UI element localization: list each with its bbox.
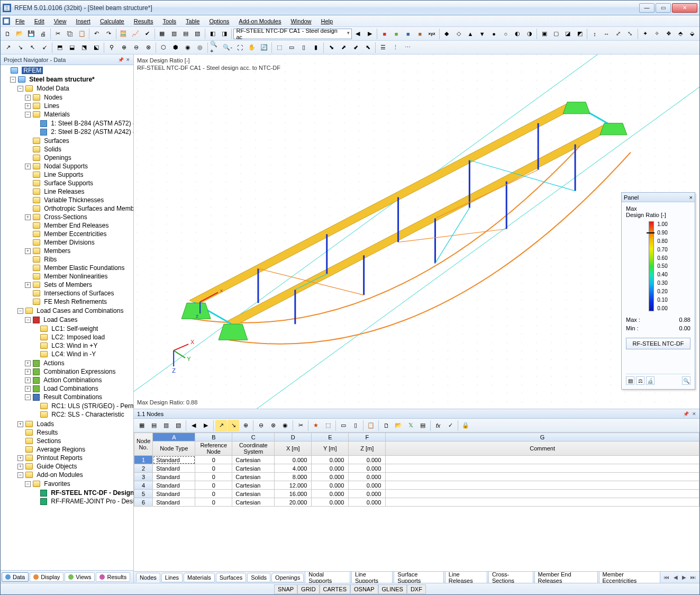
tb2-m-icon[interactable]: ⬡ bbox=[158, 42, 169, 53]
tb2-h-icon[interactable]: ⬕ bbox=[90, 42, 102, 53]
tb-r11-icon[interactable]: ◐ bbox=[512, 28, 523, 40]
tb-r10-icon[interactable]: ○ bbox=[500, 28, 511, 40]
tb2-f-icon[interactable]: ⬓ bbox=[66, 42, 78, 53]
tb-load-case-combo[interactable]: RF-STEEL NTC-DF CA1 - Steel design ac bbox=[233, 29, 351, 39]
gt-e-icon[interactable]: ◀ bbox=[188, 420, 199, 431]
gt-u-icon[interactable]: ▤ bbox=[417, 420, 429, 431]
tb2-k-icon[interactable]: ⊖ bbox=[130, 42, 142, 53]
gt-fx-icon[interactable]: fx bbox=[432, 420, 444, 431]
tree-nodal-supports[interactable]: + Nodal Supports bbox=[25, 162, 133, 170]
tb-r25-icon[interactable]: ⬙ bbox=[687, 28, 698, 40]
panel-footer-icon-3[interactable]: 🔬 bbox=[646, 376, 654, 385]
tree-line-supports[interactable]: Line Supports bbox=[25, 170, 133, 179]
tree-model-data[interactable]: − Model Data bbox=[17, 84, 133, 93]
navigator-pin-icon[interactable]: 📌 bbox=[118, 57, 124, 62]
tb2-i-icon[interactable]: ⚲ bbox=[106, 42, 117, 53]
tree-rc2[interactable]: RC2: SLS - Characteristic bbox=[32, 410, 133, 419]
tb-r9-icon[interactable]: ● bbox=[488, 28, 499, 40]
gt-f-icon[interactable]: ▶ bbox=[200, 420, 212, 431]
tb2-x-icon[interactable]: ⬉ bbox=[362, 42, 374, 53]
table-row[interactable]: 5Standard0Cartesian16.0000.0000.000 bbox=[134, 490, 699, 498]
tb-print-icon[interactable]: 🖨 bbox=[38, 28, 49, 40]
tb2-s-icon[interactable]: ▯ bbox=[298, 42, 310, 53]
status-glines[interactable]: GLINES bbox=[378, 584, 407, 594]
tb2-t-icon[interactable]: ▮ bbox=[310, 42, 322, 53]
tb-save-icon[interactable]: 💾 bbox=[26, 28, 37, 40]
tree-line-releases[interactable]: Line Releases bbox=[25, 187, 133, 196]
tb-undo-icon[interactable]: ↶ bbox=[91, 28, 102, 40]
navigator-tree[interactable]: RFEM − Steel beam structure* − Model Dat… bbox=[1, 65, 133, 570]
tb-new-icon[interactable]: 🗋 bbox=[2, 28, 13, 40]
btab-surfaces[interactable]: Surfaces bbox=[216, 573, 246, 582]
gt-v-icon[interactable]: ✓ bbox=[444, 420, 456, 431]
tb-r20-icon[interactable]: ⤡ bbox=[624, 28, 635, 40]
tree-results[interactable]: Results bbox=[17, 428, 133, 437]
tb-r6-icon[interactable]: ◇ bbox=[453, 28, 464, 40]
tree-favorites[interactable]: − Favorites bbox=[25, 480, 133, 488]
gt-excel-icon[interactable]: 𝕏 bbox=[405, 420, 416, 431]
panel-module-button[interactable]: RF-STEEL NTC-DF bbox=[626, 338, 690, 349]
gt-j-icon[interactable]: ⊖ bbox=[255, 420, 267, 431]
tb-res-xyz-icon[interactable]: xyz bbox=[426, 28, 437, 40]
tree-load-comb[interactable]: + Load Combinations bbox=[25, 384, 133, 393]
tb-r23-icon[interactable]: ❖ bbox=[663, 28, 674, 40]
tree-surfaces[interactable]: Surfaces bbox=[25, 137, 133, 145]
tb-r2-icon[interactable]: ■ bbox=[390, 28, 402, 40]
btab-first-icon[interactable]: ⏮ bbox=[662, 574, 671, 580]
btab-next-icon[interactable]: ▶ bbox=[680, 574, 688, 580]
menu-file[interactable]: File bbox=[11, 17, 29, 25]
tb2-j-icon[interactable]: ⊕ bbox=[118, 42, 130, 53]
menu-insert[interactable]: Insert bbox=[71, 17, 95, 25]
tree-ribs[interactable]: Ribs bbox=[25, 255, 133, 264]
btab-surface-supports[interactable]: Surface Supports bbox=[394, 571, 444, 583]
tree-lc4[interactable]: LC4: Wind in -Y bbox=[32, 350, 105, 358]
tree-action-comb[interactable]: + Action Combinations bbox=[25, 376, 133, 384]
gt-n-icon[interactable]: ★ bbox=[310, 420, 322, 431]
tb2-c-icon[interactable]: ↖ bbox=[26, 42, 38, 53]
tree-printout[interactable]: + Printout Reports bbox=[17, 454, 133, 462]
nodes-table[interactable]: NodeNo. A B C D E F G Node Type Referenc… bbox=[134, 432, 699, 507]
btab-last-icon[interactable]: ⏭ bbox=[689, 574, 697, 580]
status-snap[interactable]: SNAP bbox=[274, 584, 297, 594]
tb-prev-icon[interactable]: ◀ bbox=[352, 28, 363, 40]
gt-a-icon[interactable]: ▦ bbox=[136, 420, 148, 431]
tb-r14-icon[interactable]: ▢ bbox=[550, 28, 561, 40]
tree-rc1[interactable]: RC1: ULS (STR/GEO) - Perma bbox=[32, 402, 133, 410]
tree-member-ecc[interactable]: Member Eccentricities bbox=[25, 230, 133, 238]
tb-cut-icon[interactable]: ✂ bbox=[52, 28, 63, 40]
gt-m-icon[interactable]: ✂ bbox=[295, 420, 306, 431]
menu-options[interactable]: Options bbox=[205, 17, 233, 25]
tree-project[interactable]: − Steel beam structure* bbox=[10, 75, 133, 84]
tb-r1-icon[interactable]: ■ bbox=[379, 28, 390, 40]
status-cartes[interactable]: CARTES bbox=[320, 584, 350, 594]
btab-line-supports[interactable]: Line Supports bbox=[351, 571, 393, 583]
tree-guide[interactable]: + Guide Objects bbox=[17, 462, 133, 471]
tb2-g-icon[interactable]: ⬔ bbox=[78, 42, 90, 53]
btab-nodes[interactable]: Nodes bbox=[136, 573, 160, 582]
gt-o-icon[interactable]: ⬚ bbox=[322, 420, 334, 431]
gt-i-icon[interactable]: ⊕ bbox=[240, 420, 251, 431]
tree-avg-regions[interactable]: Average Regions bbox=[17, 445, 133, 454]
gt-t-icon[interactable]: 📂 bbox=[393, 420, 404, 431]
tb-next-icon[interactable]: ▶ bbox=[364, 28, 375, 40]
tb-r24-icon[interactable]: ⬘ bbox=[675, 28, 686, 40]
tree-lc3[interactable]: LC3: Wind in +Y bbox=[32, 341, 105, 350]
tree-cross[interactable]: + Cross-Sections bbox=[25, 213, 133, 221]
tree-surface-supports[interactable]: Surface Supports bbox=[25, 179, 133, 187]
tb-r16-icon[interactable]: ◩ bbox=[574, 28, 585, 40]
btab-openings[interactable]: Openings bbox=[271, 573, 304, 582]
tb2-zoom-in-icon[interactable]: 🔍+ bbox=[210, 42, 221, 53]
menu-results[interactable]: Results bbox=[130, 17, 158, 25]
gt-g-icon[interactable]: ↗ bbox=[215, 420, 227, 431]
tb2-b-icon[interactable]: ↘ bbox=[14, 42, 26, 53]
window-maximize-button[interactable]: ▭ bbox=[656, 3, 671, 13]
tb-r5-icon[interactable]: ◆ bbox=[441, 28, 452, 40]
tb-copy-icon[interactable]: ⿻ bbox=[65, 28, 76, 40]
tree-member-nonlin[interactable]: Member Nonlinearities bbox=[25, 272, 133, 281]
nav-tab-display[interactable]: Display bbox=[30, 572, 63, 582]
tb2-e-icon[interactable]: ⬒ bbox=[54, 42, 66, 53]
tree-sections[interactable]: Sections bbox=[17, 437, 133, 445]
tree-actions[interactable]: + Actions bbox=[25, 359, 133, 367]
tb-display-c-icon[interactable]: ▤ bbox=[180, 28, 191, 40]
tb-r7-icon[interactable]: ▲ bbox=[465, 28, 476, 40]
